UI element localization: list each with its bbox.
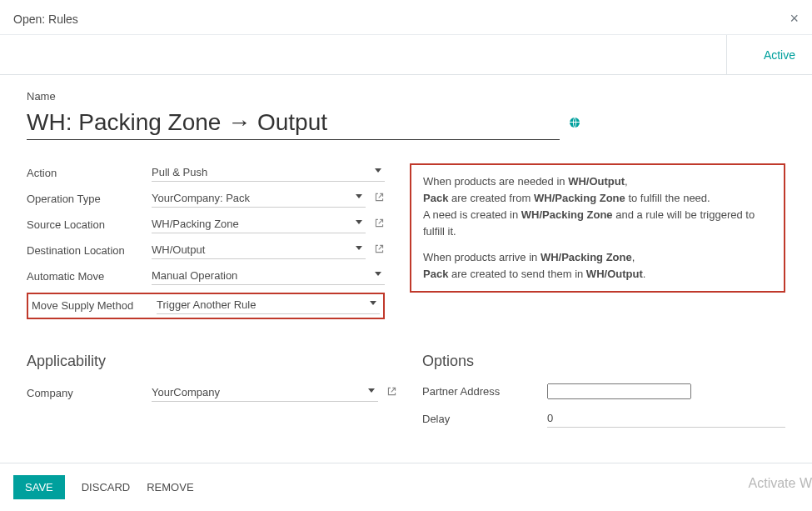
external-link-icon[interactable] xyxy=(386,386,397,399)
partner-address-label: Partner Address xyxy=(422,385,547,398)
delay-row: Delay xyxy=(422,409,785,428)
save-button[interactable]: SAVE xyxy=(13,475,65,499)
move-supply-method-row: Move Supply Method xyxy=(28,294,383,316)
move-supply-method-label: Move Supply Method xyxy=(32,299,157,312)
operation-type-row: Operation Type xyxy=(27,189,385,208)
desc-bold: WH/Packing Zone xyxy=(521,208,613,221)
desc-text: , xyxy=(632,251,635,263)
desc-bold: Pack xyxy=(423,268,448,280)
form-content: Name Action Operation Type xyxy=(0,75,812,446)
automatic-move-row: Automatic Move xyxy=(27,267,385,285)
modal-footer: SAVE DISCARD REMOVE xyxy=(0,463,812,511)
active-label: Active xyxy=(764,48,795,62)
modal-title: Open: Rules xyxy=(13,13,78,26)
desc-bold: WH/Packing Zone xyxy=(541,251,632,263)
options-title: Options xyxy=(422,353,785,370)
action-row: Action xyxy=(27,163,385,182)
destination-location-label: Destination Location xyxy=(27,244,152,257)
partner-address-select[interactable] xyxy=(547,383,691,399)
discard-button[interactable]: DISCARD xyxy=(82,481,131,493)
desc-bold: WH/Output xyxy=(586,268,643,280)
close-icon[interactable]: × xyxy=(790,10,799,28)
active-status-button[interactable]: Active xyxy=(726,35,812,74)
operation-type-select[interactable] xyxy=(152,189,366,208)
destination-location-row: Destination Location xyxy=(27,241,385,259)
partner-address-row: Partner Address xyxy=(422,383,785,399)
delay-input[interactable] xyxy=(547,409,785,428)
destination-location-select[interactable] xyxy=(152,241,366,259)
desc-text: When products are needed in xyxy=(423,175,568,188)
desc-text: are created from xyxy=(448,192,534,204)
status-bar: Active xyxy=(0,35,812,75)
external-link-icon[interactable] xyxy=(374,192,385,205)
remove-button[interactable]: REMOVE xyxy=(147,481,193,493)
company-label: Company xyxy=(27,387,152,399)
rule-description-box: When products are needed in WH/Output, P… xyxy=(410,163,785,293)
source-location-label: Source Location xyxy=(27,218,152,231)
action-select[interactable] xyxy=(152,163,385,182)
source-location-row: Source Location xyxy=(27,215,385,233)
desc-text: , xyxy=(625,175,628,188)
name-label: Name xyxy=(27,90,785,103)
company-row: Company xyxy=(27,383,397,402)
name-input-row xyxy=(27,108,785,140)
applicability-title: Applicability xyxy=(27,353,397,370)
desc-text: . xyxy=(643,268,646,280)
desc-bold: WH/Output xyxy=(568,175,625,188)
external-link-icon[interactable] xyxy=(374,243,385,257)
move-supply-method-select[interactable] xyxy=(157,296,380,314)
automatic-move-label: Automatic Move xyxy=(27,270,152,283)
external-link-icon[interactable] xyxy=(374,218,385,231)
watermark-text: Activate W xyxy=(749,476,812,491)
name-input[interactable] xyxy=(27,108,560,140)
desc-text: When products arrive in xyxy=(423,251,541,263)
move-supply-highlight: Move Supply Method xyxy=(27,293,385,319)
delay-label: Delay xyxy=(422,413,547,425)
source-location-select[interactable] xyxy=(152,215,366,233)
operation-type-label: Operation Type xyxy=(27,193,152,205)
desc-text: are created to send them in xyxy=(448,268,585,280)
desc-text: A need is created in xyxy=(423,208,521,221)
action-label: Action xyxy=(27,167,152,179)
globe-icon[interactable] xyxy=(570,118,580,128)
company-select[interactable] xyxy=(152,383,378,402)
automatic-move-select[interactable] xyxy=(152,267,385,285)
desc-text: to fulfill the need. xyxy=(625,192,710,204)
desc-bold: WH/Packing Zone xyxy=(534,192,625,204)
modal-header: Open: Rules × xyxy=(0,0,812,35)
archive-icon xyxy=(744,49,757,61)
desc-bold: Pack xyxy=(423,192,448,204)
